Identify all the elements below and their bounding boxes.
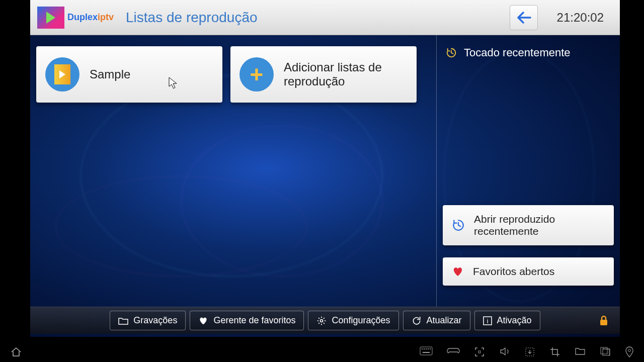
button-label: Abrir reproduzido recentemente [474, 213, 605, 237]
clock: 21:20:02 [557, 11, 604, 25]
brand-part1: Duplex [67, 12, 98, 22]
lock-icon[interactable] [598, 315, 610, 327]
svg-rect-9 [430, 348, 431, 349]
playlist-icon [45, 57, 79, 92]
header-bar: Duplexiptv Listas de reprodução 21:20:02 [30, 0, 620, 35]
svg-point-15 [628, 349, 631, 352]
add-playlist-card[interactable]: + Adicionar listas de reprodução [230, 46, 417, 103]
refresh-icon [412, 316, 422, 326]
button-label: Gerente de favoritos [213, 315, 295, 326]
location-icon[interactable] [625, 346, 634, 357]
activation-button[interactable]: i Ativação [474, 311, 540, 330]
svg-rect-11 [478, 351, 480, 353]
heart-icon [452, 266, 464, 277]
content-area: Sample + Adicionar listas de reprodução … [30, 35, 620, 307]
home-icon[interactable] [10, 346, 22, 357]
bottom-toolbar: Gravações Gerente de favoritos Configura… [30, 307, 620, 334]
playlist-card-sample[interactable]: Sample [36, 46, 222, 103]
svg-rect-7 [426, 348, 427, 349]
playlist-grid: Sample + Adicionar listas de reprodução [30, 35, 436, 307]
gamepad-icon[interactable] [447, 346, 460, 357]
keyboard-icon[interactable] [420, 346, 433, 357]
open-favorites-button[interactable]: Favoritos abertos [443, 257, 614, 286]
side-header-label: Tocado recentemente [464, 46, 571, 59]
button-label: Ativação [497, 315, 532, 326]
gear-icon [316, 316, 327, 326]
history-icon [446, 47, 457, 58]
open-recently-played-button[interactable]: Abrir reproduzido recentemente [443, 205, 614, 245]
windows-icon[interactable] [600, 346, 611, 357]
system-tray [420, 346, 634, 357]
brand-part2: iptv [98, 12, 114, 22]
svg-rect-10 [423, 352, 430, 353]
history-icon [452, 219, 465, 232]
svg-rect-8 [428, 348, 429, 349]
svg-point-0 [320, 319, 323, 322]
info-icon: i [483, 316, 492, 325]
crop-icon[interactable] [549, 346, 560, 357]
button-label: Configurações [332, 315, 390, 326]
recently-played-header: Tocado recentemente [443, 44, 614, 61]
app-window: Duplexiptv Listas de reprodução 21:20:02… [30, 0, 620, 337]
settings-button[interactable]: Configurações [308, 311, 398, 330]
button-label: Favoritos abertos [473, 265, 554, 278]
install-apk-icon[interactable] [524, 346, 535, 357]
svg-rect-5 [422, 348, 423, 349]
refresh-button[interactable]: Atualizar [403, 311, 470, 330]
plus-icon: + [239, 57, 274, 92]
volume-icon[interactable] [499, 346, 510, 357]
svg-rect-4 [420, 347, 432, 355]
svg-rect-13 [601, 347, 607, 354]
page-title: Listas de reprodução [126, 10, 258, 26]
back-button[interactable] [510, 5, 538, 30]
svg-text:i: i [487, 318, 488, 325]
button-label: Gravações [133, 315, 177, 326]
svg-rect-14 [603, 349, 609, 355]
heart-icon [198, 316, 208, 325]
svg-rect-3 [600, 320, 607, 325]
system-navigation-bar [0, 342, 644, 362]
favorites-manager-button[interactable]: Gerente de favoritos [190, 311, 304, 330]
folder-icon [118, 317, 128, 325]
files-icon[interactable] [575, 346, 586, 357]
arrow-left-icon [516, 12, 531, 24]
app-logo-icon [37, 7, 64, 29]
recordings-button[interactable]: Gravações [110, 311, 186, 330]
card-label: Sample [90, 67, 130, 81]
svg-rect-6 [424, 348, 425, 349]
side-panel: Tocado recentemente Abrir reproduzido re… [436, 35, 620, 307]
card-label: Adicionar listas de reprodução [284, 60, 408, 88]
brand-text: Duplexiptv [67, 12, 114, 23]
button-label: Atualizar [427, 315, 462, 326]
fullscreen-icon[interactable] [474, 346, 485, 357]
